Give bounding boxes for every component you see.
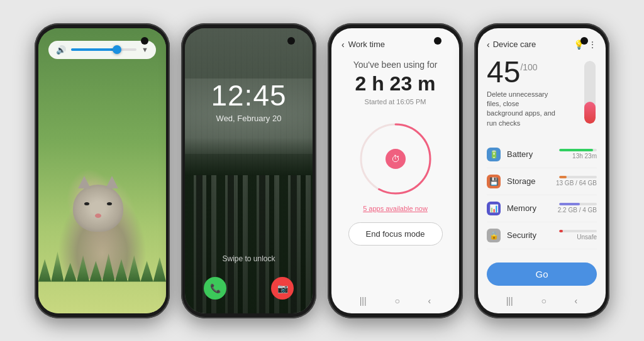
punch-hole-camera-3 <box>434 37 441 45</box>
time-display: 12:45 <box>185 78 313 112</box>
storage-icon: 💾 <box>487 175 501 188</box>
nav-back-icon[interactable]: ‹ <box>428 296 431 306</box>
score-area: 45/100 Delete unnecessary files, close b… <box>487 57 555 129</box>
score-number: 45 <box>487 55 520 89</box>
care-item-security: 🔒 Security Unsafe <box>487 222 597 249</box>
storage-bar <box>559 176 597 178</box>
focus-header: ‹ Work time <box>341 40 449 50</box>
score-description: Delete unnecessary files, close backgrou… <box>487 90 555 129</box>
date-display: Wed, February 20 <box>185 114 313 123</box>
storage-bar-area: 13 GB / 64 GB <box>556 176 597 187</box>
volume-thumb[interactable] <box>113 45 121 54</box>
memory-bar-area: 2.2 GB / 4 GB <box>558 203 597 214</box>
security-bar <box>559 230 597 232</box>
battery-value: 13h 23m <box>572 153 597 160</box>
kitten-ear-right <box>106 176 118 188</box>
camera-icon: 📷 <box>277 283 288 293</box>
punch-hole-camera-2 <box>287 37 295 45</box>
phone-device-care: ‹ Device care 💡 ⋮ 45/100 Delete unnecess… <box>474 23 609 318</box>
battery-icon: 🔋 <box>487 148 501 161</box>
phone-lockscreen: 12:45 Wed, February 20 Swipe to unlock 📞… <box>181 23 316 318</box>
volume-bar[interactable] <box>71 48 136 51</box>
volume-control[interactable]: 🔊 ▼ <box>48 41 156 59</box>
call-shortcut[interactable]: 📞 <box>204 277 226 300</box>
started-at-label: Started at 16:05 PM <box>341 98 449 106</box>
more-icon[interactable]: ⋮ <box>588 40 597 50</box>
nav-recent-icon[interactable]: ||| <box>360 296 367 306</box>
battery-bar-area: 13h 23m <box>559 149 597 160</box>
security-label: Security <box>507 230 553 240</box>
focus-timer-circle: ⏱ <box>355 118 436 200</box>
focus-content: You've been using for 2 h 23 m Started a… <box>331 60 459 246</box>
battery-label: Battery <box>507 149 553 159</box>
volume-icon: 🔊 <box>56 45 66 55</box>
back-arrow-icon[interactable]: ‹ <box>341 40 345 50</box>
security-bar-fill <box>559 230 563 232</box>
back-arrow-icon-4[interactable]: ‹ <box>487 40 490 50</box>
phone4-navigation: ||| ○ ‹ <box>478 296 606 306</box>
memory-label: Memory <box>507 203 552 213</box>
score-total: /100 <box>520 62 537 72</box>
lockscreen-shortcuts: 📞 📷 <box>185 277 313 300</box>
using-for-time: 2 h 23 m <box>341 72 449 95</box>
care-item-memory: 📊 Memory 2.2 GB / 4 GB <box>487 195 597 222</box>
security-value: Unsafe <box>577 234 597 241</box>
kitten-eye-right <box>107 202 112 205</box>
swipe-hint: Swipe to unlock <box>185 254 313 263</box>
punch-hole-camera <box>141 37 148 45</box>
phone-volume: 🔊 ▼ <box>35 23 170 318</box>
security-bar-area: Unsafe <box>559 230 597 241</box>
memory-bar-fill <box>559 203 580 205</box>
care-item-battery: 🔋 Battery 13h 23m <box>487 141 597 168</box>
nav-home-icon-4[interactable]: ○ <box>541 296 546 306</box>
kitten-eye-left <box>84 202 89 205</box>
header-left: ‹ Device care <box>487 40 536 50</box>
memory-icon: 📊 <box>487 202 501 215</box>
kitten-head <box>73 185 123 232</box>
battery-bar <box>559 149 597 151</box>
apps-available-link[interactable]: 5 apps available now <box>341 205 449 212</box>
storage-label: Storage <box>507 176 550 186</box>
storage-bar-fill <box>559 176 567 178</box>
memory-bar <box>559 203 597 205</box>
chevron-down-icon: ▼ <box>142 46 148 53</box>
care-item-storage: 💾 Storage 13 GB / 64 GB <box>487 168 597 195</box>
phone-focus: ‹ Work time You've been using for 2 h 23… <box>328 23 463 318</box>
phone1-screen: 🔊 ▼ <box>38 28 166 313</box>
focus-header-title: Work time <box>348 40 385 49</box>
phone3-screen: ‹ Work time You've been using for 2 h 23… <box>331 28 459 313</box>
nav-back-icon-4[interactable]: ‹ <box>575 296 578 306</box>
score-gauge <box>584 61 596 124</box>
timer-icon: ⏱ <box>391 154 400 164</box>
volume-fill <box>71 48 114 51</box>
nav-recent-icon-4[interactable]: ||| <box>506 296 513 306</box>
focus-center-icon: ⏱ <box>386 149 406 169</box>
go-button[interactable]: Go <box>487 263 597 286</box>
nav-home-icon[interactable]: ○ <box>394 296 399 306</box>
lockscreen-time-area: 12:45 Wed, February 20 <box>185 78 313 123</box>
score-display: 45/100 <box>487 57 555 87</box>
phone4-screen: ‹ Device care 💡 ⋮ 45/100 Delete unnecess… <box>478 28 606 313</box>
trees-fade <box>185 138 313 175</box>
using-for-label: You've been using for <box>341 60 449 70</box>
punch-hole-camera-4 <box>580 37 588 45</box>
memory-value: 2.2 GB / 4 GB <box>558 207 597 214</box>
care-items-list: 🔋 Battery 13h 23m 💾 Storage 13 GB / <box>487 141 597 249</box>
camera-shortcut[interactable]: 📷 <box>271 277 294 300</box>
device-care-title: Device care <box>493 40 536 49</box>
kitten-ear-left <box>78 176 91 188</box>
end-focus-button[interactable]: End focus mode <box>348 222 443 246</box>
phone3-navigation: ||| ○ ‹ <box>331 296 459 306</box>
phone2-screen: 12:45 Wed, February 20 Swipe to unlock 📞… <box>185 28 313 313</box>
gauge-fill <box>584 102 596 124</box>
kitten-nose <box>95 214 101 218</box>
phone-icon: 📞 <box>210 283 221 293</box>
security-icon: 🔒 <box>487 229 501 242</box>
battery-bar-fill <box>559 149 593 151</box>
storage-value: 13 GB / 64 GB <box>556 180 597 187</box>
